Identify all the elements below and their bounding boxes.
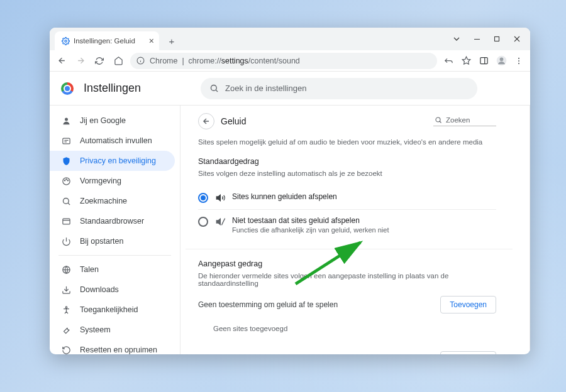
svg-point-0	[64, 40, 66, 41]
sidebar-item-startup[interactable]: Bij opstarten	[50, 231, 175, 251]
default-behavior-sub: Sites volgen deze instelling automatisch…	[198, 170, 496, 177]
radio-allow-label: Sites kunnen geluiden afspelen	[232, 192, 337, 201]
divider	[186, 249, 513, 249]
sidebar-item-label: Automatisch invullen	[80, 136, 152, 145]
svg-line-17	[216, 90, 218, 92]
sidebar-item-label: Vormgeving	[80, 177, 121, 185]
svg-point-14	[518, 60, 519, 61]
window-minimize-button[interactable]	[467, 31, 486, 46]
not-allowed-label: Geen toestemming om geluid af te spelen	[198, 300, 338, 309]
svg-point-13	[518, 57, 519, 58]
divider	[58, 255, 171, 256]
radio-block-sound[interactable]: Niet toestaan dat sites geluid afspelen …	[198, 209, 496, 240]
sidebar-item-label: Downloads	[80, 285, 119, 294]
sidebar-item-reset[interactable]: Resetten en opruimen	[50, 340, 175, 354]
page-intro: Sites spelen mogelijk geluid af om audio…	[198, 138, 496, 146]
sidebar-item-default-browser[interactable]: Standaardbrowser	[50, 211, 175, 231]
sidebar-item-autofill[interactable]: Automatisch invullen	[50, 131, 175, 151]
sidebar-item-downloads[interactable]: Downloads	[50, 280, 175, 300]
page-search-label: Zoeken	[446, 116, 470, 124]
svg-line-27	[68, 203, 70, 205]
back-button[interactable]	[55, 54, 69, 68]
add-blocked-site-button[interactable]: Toevoegen	[440, 296, 496, 313]
wrench-icon	[61, 325, 71, 335]
browser-icon	[61, 216, 71, 226]
sidebar-item-privacy[interactable]: Privacy en beveiliging	[50, 151, 175, 171]
caret-down-icon[interactable]	[447, 31, 466, 46]
svg-point-25	[67, 180, 68, 180]
radio-allow-sound[interactable]: Sites kunnen geluiden afspelen	[198, 186, 496, 209]
reset-icon	[61, 345, 71, 354]
sidebar-item-system[interactable]: Systeem	[50, 320, 175, 340]
palette-icon	[61, 176, 71, 186]
svg-line-37	[440, 121, 441, 123]
sidebar-item-label: Privacy en beveiliging	[80, 156, 156, 165]
person-icon	[61, 116, 71, 126]
settings-search-input[interactable]: Zoek in de instellingen	[201, 78, 477, 99]
page-search-input[interactable]: Zoeken	[433, 116, 496, 126]
window-controls	[447, 28, 526, 50]
sidebar-item-you-and-google[interactable]: Jij en Google	[50, 111, 175, 131]
new-tab-button[interactable]: +	[164, 33, 179, 48]
svg-line-40	[221, 219, 225, 226]
home-button[interactable]	[111, 54, 125, 68]
url-text: Chrome | chrome://settings/content/sound	[150, 57, 300, 65]
panel-icon[interactable]	[477, 55, 490, 67]
settings-sidebar: Jij en Google Automatisch invullen Priva…	[50, 106, 180, 354]
tab-title: Instellingen: Geluid	[74, 37, 135, 45]
accessibility-icon	[61, 305, 71, 315]
chrome-window: Instellingen: Geluid × + Chrome | chrome…	[50, 28, 530, 354]
download-icon	[61, 285, 71, 295]
autofill-icon	[61, 136, 71, 146]
forward-button[interactable]	[74, 54, 87, 68]
sidebar-item-search[interactable]: Zoekmachine	[50, 191, 175, 211]
tab-close-icon[interactable]: ×	[149, 36, 154, 45]
sidebar-item-label: Toegankelijkheid	[80, 305, 138, 314]
svg-marker-39	[216, 219, 220, 224]
address-bar[interactable]: Chrome | chrome://settings/content/sound	[130, 53, 437, 69]
svg-point-16	[211, 85, 217, 91]
sidebar-item-label: Talen	[80, 265, 99, 274]
svg-point-12	[499, 58, 503, 62]
share-icon[interactable]	[442, 55, 455, 67]
gear-icon	[61, 36, 70, 45]
add-allowed-site-button[interactable]: Toevoegen	[440, 351, 496, 354]
star-icon[interactable]	[460, 55, 472, 67]
search-placeholder: Zoek in de instellingen	[225, 84, 306, 93]
search-icon	[61, 196, 71, 206]
sidebar-item-appearance[interactable]: Vormgeving	[50, 171, 175, 191]
svg-point-15	[518, 63, 519, 64]
window-maximize-button[interactable]	[487, 31, 506, 46]
svg-point-26	[63, 198, 69, 204]
sidebar-item-accessibility[interactable]: Toegankelijkheid	[50, 300, 175, 320]
info-icon	[136, 57, 145, 65]
sidebar-item-languages[interactable]: Talen	[50, 259, 175, 280]
kebab-menu-icon[interactable]	[513, 55, 525, 67]
svg-point-24	[65, 178, 66, 179]
svg-point-34	[65, 306, 67, 308]
sidebar-item-label: Resetten en opruimen	[80, 346, 157, 354]
reload-button[interactable]	[92, 54, 106, 68]
svg-point-18	[65, 117, 68, 121]
custom-behavior-title: Aangepast gedrag	[198, 259, 496, 268]
blocked-empty-text: Geen sites toegevoegd	[198, 321, 496, 339]
search-icon	[209, 84, 219, 93]
power-icon	[61, 236, 71, 246]
svg-marker-38	[216, 195, 220, 200]
browser-toolbar: Chrome | chrome://settings/content/sound	[50, 50, 530, 72]
radio-icon-selected	[198, 193, 208, 203]
radio-icon	[198, 217, 208, 227]
settings-main: Geluid Zoeken Sites spelen mogelijk gelu…	[180, 106, 530, 354]
window-close-button[interactable]	[508, 31, 526, 46]
profile-avatar[interactable]	[495, 55, 508, 67]
radio-block-sub: Functies die afhankelijk zijn van geluid…	[232, 226, 389, 234]
svg-rect-19	[62, 138, 69, 144]
sidebar-item-label: Standaardbrowser	[80, 217, 144, 226]
svg-rect-2	[495, 37, 499, 41]
page-title: Geluid	[221, 116, 427, 126]
svg-rect-9	[480, 58, 487, 64]
sidebar-item-label: Systeem	[80, 325, 111, 334]
volume-on-icon	[216, 193, 226, 203]
page-back-button[interactable]	[198, 113, 214, 129]
browser-tab[interactable]: Instellingen: Geluid ×	[55, 31, 159, 50]
